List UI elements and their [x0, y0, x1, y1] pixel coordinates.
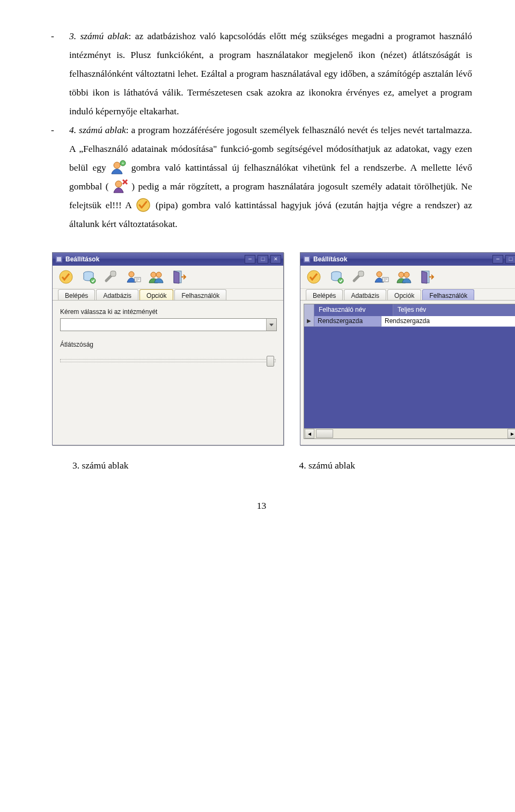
tab-adatbazis[interactable]: Adatbázis [344, 289, 386, 301]
list-item-4: - 4. számú ablak: a program hozzáférésér… [51, 121, 472, 233]
window-title: Beállítások [65, 255, 99, 263]
confirm-icon[interactable] [58, 269, 74, 285]
window-title: Beállítások [313, 255, 347, 263]
bullet-dash: - [51, 27, 69, 121]
institution-label: Kérem válassza ki az intézményét [60, 308, 276, 316]
slider-thumb[interactable] [267, 356, 274, 367]
table-row[interactable]: ▶ Rendszergazda Rendszergazda [304, 316, 515, 327]
col-fullname[interactable]: Teljes név [393, 304, 515, 316]
minimize-button[interactable]: – [245, 255, 255, 264]
list-item-3: - 3. számú ablak: az adatbázishoz való k… [51, 27, 472, 121]
edit-user-icon[interactable] [373, 269, 389, 285]
tab-felhasznalok[interactable]: Felhasználók [174, 289, 226, 301]
svg-point-3 [115, 181, 122, 187]
chevron-down-icon[interactable] [266, 319, 276, 331]
svg-rect-12 [111, 271, 116, 276]
list-item-3-text: : az adatbázishoz való kapcsolódás előtt… [69, 31, 472, 116]
link-plug-icon[interactable] [351, 269, 367, 285]
felhasznalok-pane: Felhasználó név Teljes név ▶ Rendszergaz… [300, 300, 515, 445]
exit-door-icon[interactable] [418, 269, 435, 285]
svg-marker-31 [422, 271, 427, 283]
institution-combo[interactable] [60, 318, 277, 331]
opciok-pane: Kérem válassza ki az intézményét Átlátsz… [53, 300, 283, 445]
caption-window-4: 4. számú ablak [224, 456, 451, 475]
caption-window-3: 3. számú ablak [72, 456, 224, 475]
window-icon [304, 256, 310, 262]
maximize-button[interactable]: □ [258, 255, 268, 264]
tab-adatbazis[interactable]: Adatbázis [96, 289, 138, 301]
titlebar[interactable]: Beállítások – □ × [300, 253, 515, 266]
users-grid[interactable]: Felhasználó név Teljes név ▶ Rendszergaz… [304, 304, 515, 439]
db-refresh-icon[interactable] [328, 269, 344, 285]
grid-corner [304, 304, 314, 317]
horizontal-scrollbar[interactable]: ◂ ▸ [304, 428, 515, 438]
hscroll-thumb[interactable] [316, 429, 333, 438]
users-group-icon[interactable] [396, 269, 412, 285]
svg-text:+: + [122, 161, 124, 166]
tab-belepes[interactable]: Belépés [58, 289, 95, 301]
db-refresh-icon[interactable] [80, 269, 97, 285]
list-item-4-body: 4. számú ablak: a program hozzáférésére … [69, 121, 472, 233]
svg-point-29 [404, 272, 409, 277]
col-username[interactable]: Felhasználó név [314, 304, 393, 316]
window-icon [56, 256, 62, 262]
svg-rect-25 [358, 271, 364, 276]
list-item-3-lead: 3. számú ablak [69, 31, 128, 41]
screenshot-row: Beállítások – □ × Belépés Adatbázis Opci… [51, 252, 472, 445]
tab-bar: Belépés Adatbázis Opciók Felhasználók [300, 289, 515, 300]
edit-user-icon[interactable] [126, 269, 142, 285]
transparency-label: Átlátszóság [60, 341, 276, 348]
tab-opciok[interactable]: Opciók [387, 289, 421, 301]
bullet-dash: - [51, 121, 69, 233]
page-number: 13 [51, 496, 472, 515]
tab-felhasznalok[interactable]: Felhasználók [422, 289, 474, 301]
cell-fullname[interactable]: Rendszergazda [381, 316, 515, 327]
confirm-icon[interactable] [306, 269, 322, 285]
row-marker-icon: ▶ [304, 316, 314, 327]
tab-bar: Belépés Adatbázis Opciók Felhasználók [53, 289, 283, 300]
window-opciok: Beállítások – □ × Belépés Adatbázis Opci… [52, 252, 284, 445]
svg-rect-21 [305, 257, 309, 261]
svg-marker-19 [269, 324, 274, 326]
users-group-icon[interactable] [148, 269, 164, 285]
svg-marker-18 [174, 271, 179, 283]
screenshot-captions: 3. számú ablak 4. számú ablak [51, 456, 472, 475]
svg-point-24 [338, 278, 343, 283]
confirm-check-icon [135, 197, 151, 213]
maximize-button[interactable]: □ [505, 255, 515, 264]
toolbar [53, 266, 283, 289]
svg-point-13 [129, 272, 134, 277]
exit-door-icon[interactable] [171, 269, 187, 285]
svg-point-26 [377, 272, 382, 277]
svg-rect-8 [57, 257, 61, 261]
delete-user-icon [112, 179, 128, 194]
add-user-icon: + [111, 160, 127, 175]
tab-belepes[interactable]: Belépés [306, 289, 343, 301]
list-item-4-lead: 4. számú ablak [69, 125, 126, 135]
cell-username[interactable]: Rendszergazda [314, 316, 381, 327]
minimize-button[interactable]: – [492, 255, 503, 264]
window-felhasznalok: Beállítások – □ × Belépés Adatbázis Opci… [300, 252, 515, 445]
svg-point-0 [114, 162, 120, 169]
scroll-right-button[interactable]: ▸ [507, 429, 515, 438]
svg-point-15 [151, 272, 156, 277]
close-button[interactable]: × [270, 255, 281, 264]
titlebar[interactable]: Beállítások – □ × [53, 253, 283, 266]
svg-point-16 [156, 272, 161, 277]
tab-opciok[interactable]: Opciók [139, 289, 173, 301]
svg-point-11 [90, 278, 95, 283]
link-plug-icon[interactable] [103, 269, 119, 285]
transparency-slider[interactable] [60, 359, 276, 362]
scroll-left-button[interactable]: ◂ [305, 429, 314, 438]
grid-header: Felhasználó név Teljes név [304, 304, 515, 316]
list-item-3-body: 3. számú ablak: az adatbázishoz való kap… [69, 27, 472, 121]
toolbar [300, 266, 515, 289]
grid-body: ▶ Rendszergazda Rendszergazda [304, 316, 515, 438]
svg-point-28 [399, 272, 404, 277]
